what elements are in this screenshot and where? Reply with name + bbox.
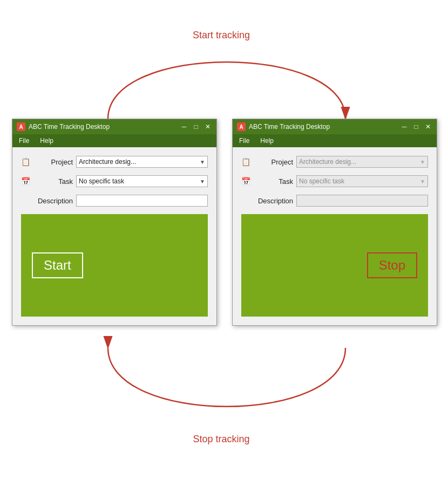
left-close-button[interactable]: ✕ [203, 122, 212, 131]
right-close-button[interactable]: ✕ [424, 122, 432, 131]
right-task-row: 📅 Task No specific task ▼ [241, 175, 428, 187]
right-project-label: Project [255, 158, 293, 166]
right-app-icon: A [237, 122, 246, 131]
left-task-row: 📅 Task No specific task ▼ [21, 175, 208, 187]
left-titlebar-left: A ABC Time Tracking Desktop [17, 122, 110, 131]
right-project-row: 📋 Project Architecture desig... ▼ [241, 156, 428, 168]
start-tracking-label: Start tracking [151, 30, 291, 41]
right-project-icon: 📋 [241, 157, 252, 166]
left-task-select[interactable]: No specific task ▼ [76, 175, 208, 187]
right-project-value: Architecture desig... [299, 158, 356, 166]
right-button-area: Stop [241, 214, 428, 317]
right-description-input [296, 195, 428, 207]
left-project-value: Architecture desig... [79, 158, 136, 166]
left-project-label: Project [35, 158, 73, 166]
right-titlebar-controls: ─ □ ✕ [400, 122, 432, 131]
right-titlebar: A ABC Time Tracking Desktop ─ □ ✕ [233, 119, 437, 134]
left-project-select[interactable]: Architecture desig... ▼ [76, 156, 208, 168]
left-project-row: 📋 Project Architecture desig... ▼ [21, 156, 208, 168]
right-menu-help[interactable]: Help [258, 136, 276, 146]
left-titlebar-controls: ─ □ ✕ [180, 122, 212, 131]
left-maximize-button[interactable]: □ [192, 122, 200, 131]
right-task-arrow-icon: ▼ [420, 179, 425, 184]
left-minimize-button[interactable]: ─ [180, 122, 188, 131]
right-titlebar-left: A ABC Time Tracking Desktop [237, 122, 330, 131]
left-task-value: No specific task [79, 177, 124, 185]
right-task-icon: 📅 [241, 177, 252, 186]
left-window-title: ABC Time Tracking Desktop [29, 123, 110, 131]
left-menubar: File Help [12, 134, 216, 147]
right-window-title: ABC Time Tracking Desktop [249, 123, 330, 131]
left-menu-file[interactable]: File [17, 136, 31, 146]
left-task-icon: 📅 [21, 177, 32, 186]
left-description-input[interactable] [76, 195, 208, 207]
left-menu-help[interactable]: Help [38, 136, 56, 146]
right-description-label: Description [255, 197, 293, 205]
left-window-body: 📋 Project Architecture desig... ▼ 📅 Task… [12, 147, 216, 325]
left-titlebar: A ABC Time Tracking Desktop ─ □ ✕ [12, 119, 216, 134]
left-window: A ABC Time Tracking Desktop ─ □ ✕ File H… [12, 119, 217, 326]
left-button-area: Start [21, 214, 208, 317]
right-minimize-button[interactable]: ─ [400, 122, 409, 131]
stop-button[interactable]: Stop [367, 252, 417, 278]
start-button[interactable]: Start [32, 252, 83, 278]
stop-tracking-label: Stop tracking [151, 434, 291, 445]
left-description-row: 📅 Description [21, 195, 208, 207]
left-app-icon: A [17, 122, 25, 131]
right-window: A ABC Time Tracking Desktop ─ □ ✕ File H… [232, 119, 437, 326]
right-task-label: Task [255, 177, 293, 186]
right-task-value: No specific task [299, 177, 344, 185]
right-menu-file[interactable]: File [237, 136, 252, 146]
left-project-icon: 📋 [21, 157, 32, 166]
left-description-label: Description [35, 197, 73, 205]
left-task-arrow-icon: ▼ [200, 179, 205, 184]
left-task-label: Task [35, 177, 73, 186]
right-project-arrow-icon: ▼ [420, 159, 425, 165]
right-task-select: No specific task ▼ [296, 175, 428, 187]
right-window-body: 📋 Project Architecture desig... ▼ 📅 Task… [233, 147, 437, 325]
right-description-row: 📅 Description [241, 195, 428, 207]
left-project-arrow-icon: ▼ [200, 159, 205, 165]
right-project-select: Architecture desig... ▼ [296, 156, 428, 168]
right-maximize-button[interactable]: □ [412, 122, 420, 131]
right-menubar: File Help [233, 134, 437, 147]
